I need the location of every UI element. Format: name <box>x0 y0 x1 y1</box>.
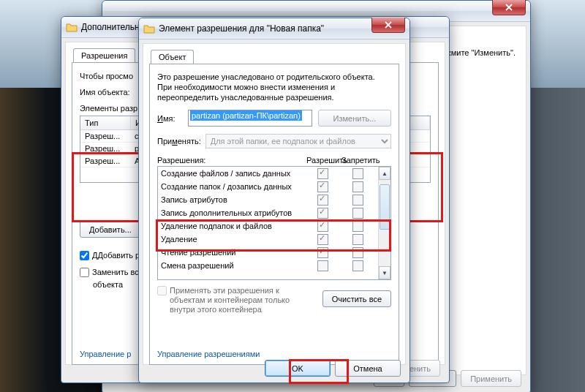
permission-row: Чтение разрешений <box>158 246 378 259</box>
permission-row: Создание файлов / запись данных <box>158 167 378 180</box>
replace-child-label: Заменить вс <box>92 268 139 276</box>
col-type[interactable]: Тип <box>80 116 131 129</box>
add-button[interactable]: Добавить... <box>80 221 141 238</box>
apply-to-select[interactable]: Для этой папки, ее подпапок и файлов <box>205 134 391 148</box>
allow-checkbox[interactable] <box>317 234 328 245</box>
include-inheritable-checkbox[interactable] <box>80 251 89 260</box>
window-title: Элемент разрешения для "Новая папка" <box>159 23 324 34</box>
name-label: Имя: <box>157 114 182 123</box>
apply-within-container-checkbox[interactable] <box>157 286 167 295</box>
permission-name: Удаление подпапок и файлов <box>161 222 305 230</box>
permissions-label: Разрешения: <box>157 156 306 165</box>
permission-row: Смена разрешений <box>158 259 378 272</box>
window-title: Дополнительн... <box>81 22 147 32</box>
permission-entry-window: Элемент разрешения для "Новая папка" Объ… <box>138 18 410 383</box>
manage-permissions-link[interactable]: Управление р <box>80 350 131 358</box>
change-button[interactable]: Изменить... <box>318 110 391 127</box>
folder-icon <box>107 6 118 16</box>
col-allow: Разрешить <box>306 156 341 165</box>
folder-icon <box>66 22 78 32</box>
allow-checkbox[interactable] <box>317 221 328 232</box>
allow-checkbox[interactable] <box>317 181 328 192</box>
clear-all-button[interactable]: Очистить все <box>322 290 391 307</box>
deny-checkbox[interactable] <box>352 181 363 192</box>
close-button[interactable] <box>371 18 405 33</box>
permission-name: Смена разрешений <box>161 261 305 270</box>
deny-checkbox[interactable] <box>352 234 363 245</box>
permissions-list: Создание файлов / запись данныхСоздание … <box>157 166 391 280</box>
deny-checkbox[interactable] <box>352 260 363 271</box>
titlebar: Элемент разрешения для "Новая папка" <box>139 18 410 39</box>
deny-checkbox[interactable] <box>352 221 363 232</box>
permission-name: Удаление <box>161 235 305 244</box>
permission-name: Создание папок / дозапись данных <box>161 182 305 191</box>
col-deny: Запретить <box>341 156 377 165</box>
deny-checkbox[interactable] <box>352 247 363 258</box>
replace-child-checkbox[interactable] <box>80 268 89 277</box>
cancel-button[interactable]: Отмена <box>335 360 401 377</box>
allow-checkbox[interactable] <box>317 195 328 206</box>
close-button[interactable] <box>492 0 526 15</box>
name-field[interactable]: partizan (partizan-ПК\partizan) <box>188 110 312 127</box>
allow-checkbox[interactable] <box>317 168 328 179</box>
apply-within-container-label: Применять эти разрешения к объектам и ко… <box>170 286 315 314</box>
description-text: Это разрешение унаследовано от родительс… <box>157 72 391 102</box>
permission-name: Создание файлов / запись данных <box>161 169 305 178</box>
permission-name: Чтение разрешений <box>161 248 305 257</box>
permission-row: Запись дополнительных атрибутов <box>158 206 378 219</box>
permission-name: Запись атрибутов <box>161 195 305 204</box>
apply-to-label: Применять: <box>157 137 201 146</box>
permission-row: Удаление <box>158 233 378 246</box>
tab-permissions[interactable]: Разрешения <box>73 48 135 63</box>
scroll-thumb[interactable] <box>380 184 390 230</box>
entries-label: Элементы разр <box>80 104 137 113</box>
scrollbar[interactable]: ▲ ▼ <box>378 167 390 279</box>
permission-name: Запись дополнительных атрибутов <box>161 208 305 217</box>
allow-checkbox[interactable] <box>317 247 328 258</box>
permission-row: Запись атрибутов <box>158 193 378 206</box>
folder-icon <box>143 23 155 34</box>
scroll-up-button[interactable]: ▲ <box>379 167 390 180</box>
allow-checkbox[interactable] <box>317 260 328 271</box>
manage-permissions-link[interactable]: Управление разрешениями <box>157 350 260 358</box>
deny-checkbox[interactable] <box>352 168 363 179</box>
edit-hint: жмите "Изменить". <box>445 48 516 57</box>
apply-button[interactable]: Применить <box>461 370 521 387</box>
allow-checkbox[interactable] <box>317 208 328 219</box>
object-name-label: Имя объекта: <box>80 88 130 97</box>
tab-object[interactable]: Объект <box>151 50 194 64</box>
deny-checkbox[interactable] <box>352 195 363 206</box>
ok-button[interactable]: OK <box>265 360 331 377</box>
permission-row: Создание папок / дозапись данных <box>158 180 378 193</box>
include-inheritable-label: ДДобавить р <box>92 251 140 260</box>
scroll-down-button[interactable]: ▼ <box>379 266 390 279</box>
deny-checkbox[interactable] <box>352 208 363 219</box>
permission-row: Удаление подпапок и файлов <box>158 219 378 233</box>
